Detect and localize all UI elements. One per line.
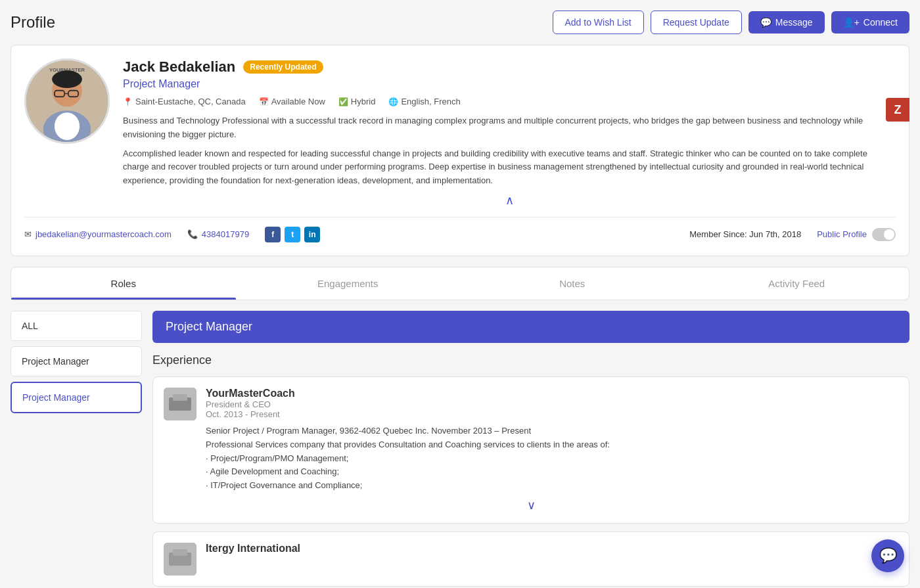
profile-info: Jack Bedakelian Recently Updated Project… [123, 58, 896, 208]
tab-activity-feed[interactable]: Activity Feed [685, 267, 909, 300]
svg-point-8 [55, 112, 80, 140]
exp-top-1: YourMasterCoach President & CEO Oct. 201… [164, 388, 898, 493]
collapse-button[interactable]: ∧ [123, 193, 896, 208]
availability-item: 📅 Available Now [259, 97, 325, 106]
location-text: Saint-Eustache, QC, Canada [135, 97, 246, 106]
member-since-date: Jun 7th, 2018 [749, 229, 801, 239]
avatar: YOURMASTER [24, 58, 110, 144]
company-dates-1: Oct. 2013 - Present [206, 409, 898, 419]
location-icon: 📍 [123, 97, 133, 106]
calendar-icon: 📅 [259, 97, 269, 106]
roles-content: Project Manager Experience [152, 311, 909, 588]
tabs-bar: Roles Engagements Notes Activity Feed [11, 267, 909, 300]
main-content: ALL Project Manager Project Manager Proj… [11, 311, 909, 588]
add-to-wish-list-button[interactable]: Add to Wish List [553, 11, 644, 34]
chat-icon: 💬 [879, 547, 897, 564]
company-logo-2 [164, 543, 196, 576]
location-item: 📍 Saint-Eustache, QC, Canada [123, 97, 246, 106]
experience-card-1: YourMasterCoach President & CEO Oct. 201… [152, 376, 909, 524]
tab-engagements[interactable]: Engagements [236, 267, 461, 300]
svg-rect-11 [173, 394, 187, 401]
public-profile-label: Public Profile [817, 229, 867, 239]
tab-roles[interactable]: Roles [11, 267, 236, 300]
toggle-switch[interactable] [872, 228, 896, 241]
logo-inner-2 [164, 543, 196, 576]
experience-card-2: Itergy International [152, 531, 909, 587]
company-name-2: Itergy International [206, 543, 898, 554]
svg-point-3 [52, 70, 82, 88]
languages-text: English, French [401, 97, 460, 106]
profile-card: Z YOURMASTER [11, 45, 909, 256]
message-icon: 💬 [760, 17, 771, 28]
company-desc-1: Senior Project / Program Manager, 9362-4… [206, 424, 898, 493]
profile-name: Jack Bedakelian [123, 58, 235, 76]
profile-top: YOURMASTER [24, 58, 896, 208]
roles-sidebar: ALL Project Manager Project Manager [11, 311, 142, 588]
connect-icon: 👤+ [843, 17, 860, 28]
facebook-icon[interactable]: f [265, 227, 281, 242]
sidebar-item-pm2[interactable]: Project Manager [11, 382, 142, 413]
member-since: Member Since: Jun 7th, 2018 [689, 229, 801, 239]
work-type-text: Hybrid [351, 97, 376, 106]
phone-link[interactable]: 4384017979 [202, 229, 249, 239]
exp-details-1: YourMasterCoach President & CEO Oct. 201… [206, 388, 898, 493]
phone-icon: 📞 [187, 229, 198, 239]
globe-icon: 🌐 [388, 97, 398, 106]
public-profile-toggle[interactable]: Public Profile [817, 228, 896, 241]
profile-divider [24, 217, 896, 217]
profile-meta: 📍 Saint-Eustache, QC, Canada 📅 Available… [123, 97, 896, 106]
email-link[interactable]: jbedakelian@yourmastercoach.com [35, 229, 172, 239]
avatar-inner: YOURMASTER [26, 60, 108, 142]
availability-text: Available Now [271, 97, 325, 106]
experience-title: Experience [152, 353, 909, 367]
logo-inner-1 [164, 388, 196, 420]
email-icon: ✉ [24, 229, 32, 239]
connect-button[interactable]: 👤+ Connect [831, 11, 909, 34]
profile-role: Project Manager [123, 78, 896, 90]
social-icons: f t in [265, 227, 320, 242]
exp-details-2: Itergy International [206, 543, 898, 554]
phone-item: 📞 4384017979 [187, 229, 249, 239]
chat-button[interactable]: 💬 [871, 539, 904, 572]
profile-footer: ✉ jbedakelian@yourmastercoach.com 📞 4384… [24, 227, 896, 242]
twitter-icon[interactable]: t [285, 227, 300, 242]
header-actions: Add to Wish List Request Update 💬 Messag… [553, 11, 910, 34]
name-row: Jack Bedakelian Recently Updated [123, 58, 896, 76]
expand-button-1[interactable]: ∨ [164, 498, 898, 512]
experience-section: Experience [152, 353, 909, 587]
request-update-button[interactable]: Request Update [651, 11, 742, 34]
company-logo-1 [164, 388, 196, 420]
languages-item: 🌐 English, French [388, 97, 460, 106]
page-title: Profile [11, 13, 55, 32]
page-header: Profile Add to Wish List Request Update … [11, 11, 909, 34]
message-button[interactable]: 💬 Message [748, 11, 825, 34]
company-position-1: President & CEO [206, 399, 898, 409]
tab-notes[interactable]: Notes [460, 267, 685, 300]
z-tab[interactable]: Z [886, 98, 909, 122]
company-name-1: YourMasterCoach [206, 388, 898, 399]
member-since-label: Member Since: [689, 229, 747, 239]
email-item: ✉ jbedakelian@yourmastercoach.com [24, 229, 172, 239]
role-header: Project Manager [152, 311, 909, 343]
check-circle-icon: ✅ [338, 97, 348, 106]
profile-bio-2: Accomplished leader known and respected … [123, 147, 896, 188]
linkedin-icon[interactable]: in [304, 227, 320, 242]
toggle-knob [884, 229, 894, 240]
work-type-item: ✅ Hybrid [338, 97, 376, 106]
sidebar-item-all[interactable]: ALL [11, 311, 142, 341]
sidebar-item-pm1[interactable]: Project Manager [11, 346, 142, 376]
svg-rect-14 [173, 549, 187, 556]
profile-bio-1: Business and Technology Professional wit… [123, 114, 896, 142]
exp-top-2: Itergy International [164, 543, 898, 576]
recently-updated-badge: Recently Updated [243, 60, 323, 74]
